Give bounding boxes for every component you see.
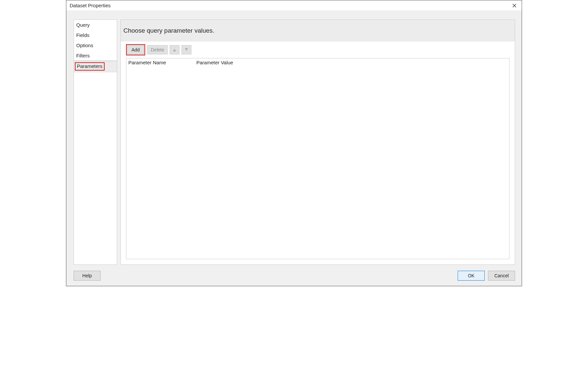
dialog-footer: Help OK Cancel bbox=[66, 268, 522, 286]
move-down-button[interactable] bbox=[181, 45, 191, 54]
nav-item-label: Filters bbox=[76, 53, 90, 58]
ok-button[interactable]: OK bbox=[458, 271, 485, 281]
nav-item-parameters[interactable]: Parameters bbox=[74, 61, 117, 72]
nav-item-fields[interactable]: Fields bbox=[74, 30, 117, 40]
window-title: Dataset Properties bbox=[70, 3, 111, 8]
move-up-button[interactable] bbox=[170, 45, 180, 54]
add-button-highlight: Add bbox=[126, 44, 145, 55]
dialog-window: Dataset Properties Query Fields Options … bbox=[66, 0, 522, 286]
parameters-grid[interactable]: Parameter Name Parameter Value bbox=[126, 58, 509, 259]
titlebar: Dataset Properties bbox=[66, 0, 522, 11]
dialog-body: Query Fields Options Filters Parameters bbox=[66, 11, 522, 286]
nav-item-label: Options bbox=[76, 43, 93, 48]
main-row: Query Fields Options Filters Parameters bbox=[66, 11, 522, 268]
sidebar-nav: Query Fields Options Filters Parameters bbox=[74, 19, 117, 265]
help-button[interactable]: Help bbox=[74, 271, 101, 281]
content-heading: Choose query parameter values. bbox=[121, 20, 515, 42]
grid-header-name: Parameter Name bbox=[128, 60, 196, 65]
nav-item-label: Query bbox=[76, 22, 90, 28]
grid-header-value: Parameter Value bbox=[196, 60, 508, 65]
arrow-up-icon bbox=[173, 48, 176, 51]
nav-item-highlight: Parameters bbox=[75, 62, 105, 71]
arrow-down-icon bbox=[185, 48, 188, 51]
nav-item-options[interactable]: Options bbox=[74, 40, 117, 50]
toolbar: Add Delete bbox=[121, 42, 515, 58]
cancel-button[interactable]: Cancel bbox=[488, 271, 515, 281]
nav-item-label: Parameters bbox=[77, 63, 103, 69]
delete-button[interactable]: Delete bbox=[147, 45, 168, 54]
nav-item-filters[interactable]: Filters bbox=[74, 50, 117, 61]
nav-item-query[interactable]: Query bbox=[74, 20, 117, 30]
add-button[interactable]: Add bbox=[127, 45, 144, 54]
nav-item-label: Fields bbox=[76, 32, 89, 38]
content-panel: Choose query parameter values. Add Delet… bbox=[120, 19, 515, 265]
close-icon[interactable] bbox=[510, 2, 519, 10]
grid-header-row: Parameter Name Parameter Value bbox=[126, 58, 509, 67]
